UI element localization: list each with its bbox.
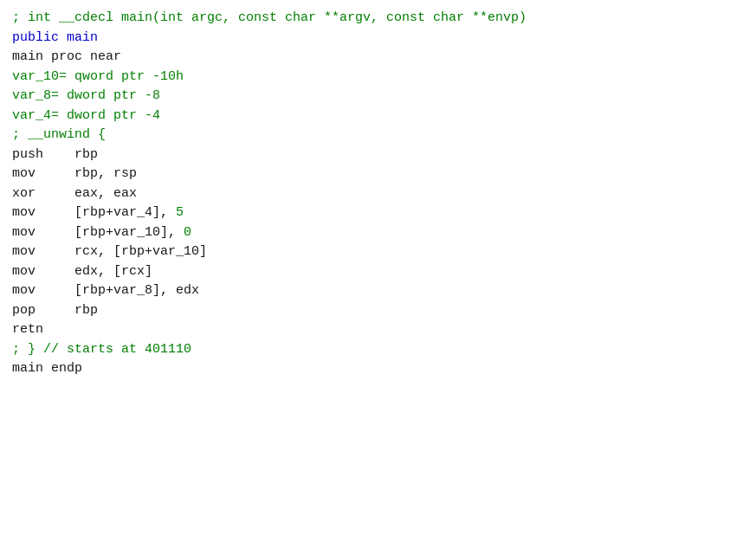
code-line: ; __unwind {	[12, 126, 744, 145]
code-line: public main	[12, 29, 744, 48]
code-line: mov [rbp+var_10], 0	[12, 223, 744, 243]
code-line: main endp	[12, 359, 744, 379]
code-line: var_4= dword ptr -4	[12, 106, 744, 126]
code-line: mov [rbp+var_4], 5	[12, 203, 744, 223]
code-line: retn	[12, 320, 744, 340]
code-view: ; int __cdecl main(int argc, const char …	[0, 0, 756, 542]
code-line: ; } // starts at 401110	[12, 340, 744, 360]
code-line: mov [rbp+var_8], edx	[12, 281, 744, 301]
code-line: mov rcx, [rbp+var_10]	[12, 242, 744, 262]
code-line: push rbp	[12, 145, 744, 165]
code-line: ; int __cdecl main(int argc, const char …	[12, 9, 744, 29]
code-line: xor eax, eax	[12, 184, 744, 204]
code-line: main proc near	[12, 48, 744, 68]
code-line: var_10= qword ptr -10h	[12, 68, 744, 87]
code-line: mov rbp, rsp	[12, 165, 744, 184]
code-line: var_8= dword ptr -8	[12, 87, 744, 106]
code-block: ; int __cdecl main(int argc, const char …	[12, 9, 744, 379]
code-line: mov edx, [rcx]	[12, 262, 744, 282]
code-line: pop rbp	[12, 301, 744, 321]
